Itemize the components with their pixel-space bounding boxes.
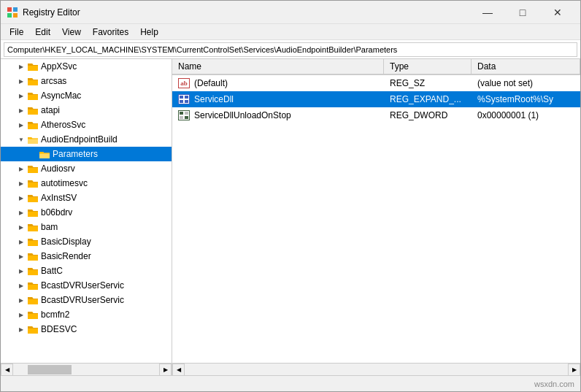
tree-item[interactable]: ▶ bam [1,220,172,234]
tree-toggle[interactable]: ▶ [15,236,27,247]
tree-panel: ▶ AppXSvc ▶ arcsas ▶ [1,59,172,375]
header-type: Type [384,59,472,74]
tree-toggle[interactable]: ▶ [15,119,27,131]
cell-data: %SystemRoot%\Sy [472,93,580,105]
tree-toggle[interactable]: ▼ [15,134,27,145]
menu-edit[interactable]: Edit [29,26,56,39]
hscroll-track[interactable] [13,364,159,376]
tree-label: arcsas [41,76,66,86]
svg-rect-3 [13,13,18,18]
table-row[interactable]: ServiceDllUnloadOnStop REG_DWORD 0x00000… [172,107,580,123]
binary-icon [178,94,190,104]
svg-rect-5 [185,96,188,99]
menu-bar: File Edit View Favorites Help [1,24,580,40]
folder-icon [27,134,39,145]
tree-label: autotimesvc [41,178,88,188]
tree-item[interactable]: ▶ BcastDVRUserServic [1,293,172,307]
tree-toggle[interactable]: ▶ [15,265,27,277]
cell-data: (value not set) [472,77,580,89]
value-data: (value not set) [477,78,533,88]
tree-toggle[interactable]: ▶ [15,207,27,218]
tree-item[interactable]: ▶ AppXSvc [1,59,172,74]
value-name: ServiceDllUnloadOnStop [194,110,291,120]
menu-favorites[interactable]: Favorites [87,26,134,39]
window-controls: — □ ✕ [471,1,574,23]
close-button[interactable]: ✕ [541,1,574,23]
cell-type: REG_SZ [384,77,472,89]
cell-name: ServiceDll [172,93,384,105]
table-row[interactable]: ab (Default) REG_SZ (value not set) [172,75,580,91]
table-body[interactable]: ab (Default) REG_SZ (value not set) [172,75,580,363]
tree-toggle[interactable]: ▶ [15,177,27,189]
tree-toggle[interactable]: ▶ [15,323,27,335]
folder-icon [27,178,39,188]
tree-label: AppXSvc [41,61,77,72]
folder-icon [27,61,39,72]
tree-item[interactable]: ▶ BasicRender [1,249,172,264]
minimize-button[interactable]: — [471,1,504,23]
app-icon [7,7,18,18]
tree-toggle[interactable]: ▶ [15,309,27,320]
tree-toggle[interactable]: ▶ [15,221,27,233]
tree-toggle[interactable]: ▶ [15,192,27,204]
address-input[interactable] [4,42,577,57]
menu-file[interactable]: File [4,26,29,39]
tree-item[interactable]: ▶ autotimesvc [1,176,172,191]
tree-label: b06bdrv [41,207,72,218]
address-bar [1,40,580,59]
tree-toggle[interactable]: ▶ [15,163,27,174]
cell-name: ab (Default) [172,77,384,89]
tree-toggle[interactable]: ▶ [15,294,27,306]
value-name: ServiceDll [194,94,234,104]
tree-item[interactable]: ▶ BattC [1,264,172,278]
svg-rect-11 [185,112,188,115]
right-hscrollbar[interactable]: ◀ ▶ [172,363,580,375]
tree-item-parameters[interactable]: Parameters [1,147,172,161]
hscroll-left-arrow[interactable]: ◀ [172,364,185,376]
folder-icon [27,295,39,305]
ab-icon: ab [178,78,190,88]
tree-item[interactable]: ▶ BasicDisplay [1,234,172,249]
hscroll-track[interactable] [185,364,568,376]
svg-rect-6 [180,100,183,103]
cell-type: REG_EXPAND_... [384,93,472,105]
tree-toggle[interactable]: ▶ [15,104,27,116]
menu-view[interactable]: View [56,26,87,39]
folder-icon [27,91,39,101]
tree-item[interactable]: ▶ atapi [1,103,172,118]
hscroll-thumb[interactable] [28,365,72,374]
folder-icon [27,164,39,174]
tree-label: bam [41,222,58,232]
table-row-servicedll[interactable]: ServiceDll REG_EXPAND_... %SystemRoot%\S… [172,91,580,107]
tree-item[interactable]: ▶ arcsas [1,74,172,88]
cell-data: 0x00000001 (1) [472,109,580,121]
menu-help[interactable]: Help [134,26,164,39]
tree-item[interactable]: ▶ bcmfn2 [1,307,172,322]
hscroll-left-arrow[interactable]: ◀ [1,364,13,376]
tree-label: AsyncMac [41,91,81,101]
tree-label: BattC [41,266,63,276]
tree-item[interactable]: ▶ b06bdrv [1,205,172,220]
tree-item[interactable]: ▶ AsyncMac [1,88,172,103]
maximize-button[interactable]: □ [506,1,539,23]
tree-item[interactable]: ▶ AxInstSV [1,191,172,205]
tree-item[interactable]: ▶ AtherosSvc [1,118,172,132]
hscroll-right-arrow[interactable]: ▶ [568,364,580,376]
tree-toggle[interactable]: ▶ [15,280,27,291]
tree-scroll[interactable]: ▶ AppXSvc ▶ arcsas ▶ [1,59,172,363]
value-type: REG_DWORD [390,110,447,120]
folder-icon [27,251,39,261]
cell-type: REG_DWORD [384,109,472,121]
tree-item[interactable]: ▼ AudioEndpointBuild [1,132,172,147]
hscroll-right-arrow[interactable]: ▶ [159,364,172,376]
tree-toggle[interactable]: ▶ [15,250,27,262]
tree-toggle[interactable]: ▶ [15,61,27,72]
svg-rect-1 [13,7,18,12]
tree-toggle[interactable]: ▶ [15,75,27,87]
tree-item[interactable]: ▶ BcastDVRUserServic [1,278,172,293]
tree-item[interactable]: ▶ BDESVC [1,322,172,337]
tree-hscrollbar[interactable]: ◀ ▶ [1,363,172,375]
tree-toggle[interactable]: ▶ [15,90,27,101]
tree-item[interactable]: ▶ Audiosrv [1,161,172,176]
tree-toggle[interactable] [27,148,39,160]
